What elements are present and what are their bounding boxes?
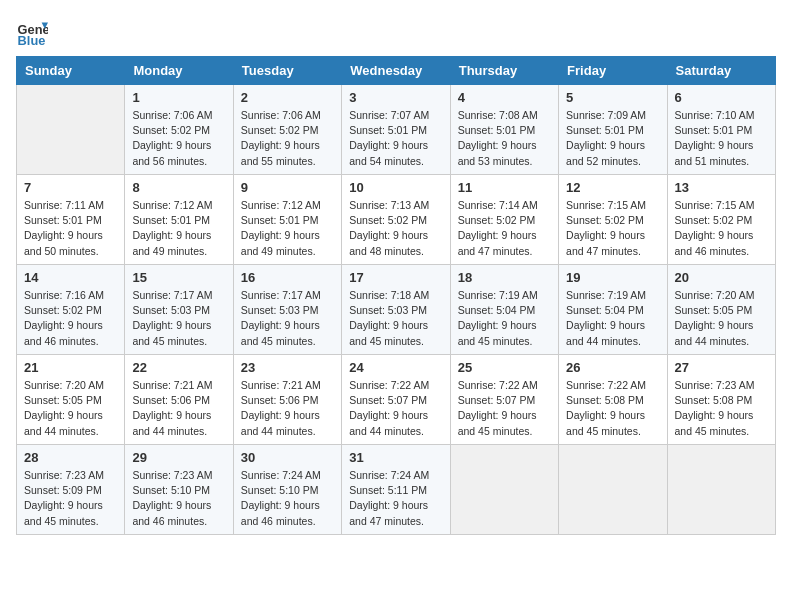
weekday-header-sunday: Sunday [17, 57, 125, 85]
day-number: 25 [458, 360, 551, 375]
day-number: 1 [132, 90, 225, 105]
day-detail: Sunrise: 7:19 AMSunset: 5:04 PMDaylight:… [566, 288, 659, 349]
day-number: 28 [24, 450, 117, 465]
weekday-header-friday: Friday [559, 57, 667, 85]
day-cell: 31Sunrise: 7:24 AMSunset: 5:11 PMDayligh… [342, 445, 450, 535]
day-number: 24 [349, 360, 442, 375]
day-number: 29 [132, 450, 225, 465]
day-cell: 1Sunrise: 7:06 AMSunset: 5:02 PMDaylight… [125, 85, 233, 175]
day-number: 17 [349, 270, 442, 285]
day-detail: Sunrise: 7:22 AMSunset: 5:07 PMDaylight:… [458, 378, 551, 439]
day-number: 14 [24, 270, 117, 285]
logo: General Blue [16, 16, 52, 48]
day-number: 2 [241, 90, 334, 105]
day-number: 22 [132, 360, 225, 375]
calendar-header: SundayMondayTuesdayWednesdayThursdayFrid… [17, 57, 776, 85]
day-cell: 24Sunrise: 7:22 AMSunset: 5:07 PMDayligh… [342, 355, 450, 445]
day-detail: Sunrise: 7:09 AMSunset: 5:01 PMDaylight:… [566, 108, 659, 169]
day-detail: Sunrise: 7:16 AMSunset: 5:02 PMDaylight:… [24, 288, 117, 349]
week-row-3: 14Sunrise: 7:16 AMSunset: 5:02 PMDayligh… [17, 265, 776, 355]
calendar-table: SundayMondayTuesdayWednesdayThursdayFrid… [16, 56, 776, 535]
day-cell: 22Sunrise: 7:21 AMSunset: 5:06 PMDayligh… [125, 355, 233, 445]
calendar-body: 1Sunrise: 7:06 AMSunset: 5:02 PMDaylight… [17, 85, 776, 535]
day-detail: Sunrise: 7:12 AMSunset: 5:01 PMDaylight:… [132, 198, 225, 259]
day-cell [667, 445, 775, 535]
day-detail: Sunrise: 7:24 AMSunset: 5:11 PMDaylight:… [349, 468, 442, 529]
day-cell: 25Sunrise: 7:22 AMSunset: 5:07 PMDayligh… [450, 355, 558, 445]
day-detail: Sunrise: 7:20 AMSunset: 5:05 PMDaylight:… [24, 378, 117, 439]
day-detail: Sunrise: 7:24 AMSunset: 5:10 PMDaylight:… [241, 468, 334, 529]
day-detail: Sunrise: 7:08 AMSunset: 5:01 PMDaylight:… [458, 108, 551, 169]
day-cell: 17Sunrise: 7:18 AMSunset: 5:03 PMDayligh… [342, 265, 450, 355]
weekday-header-thursday: Thursday [450, 57, 558, 85]
day-detail: Sunrise: 7:22 AMSunset: 5:08 PMDaylight:… [566, 378, 659, 439]
day-detail: Sunrise: 7:23 AMSunset: 5:10 PMDaylight:… [132, 468, 225, 529]
day-cell: 29Sunrise: 7:23 AMSunset: 5:10 PMDayligh… [125, 445, 233, 535]
day-number: 20 [675, 270, 768, 285]
day-cell: 13Sunrise: 7:15 AMSunset: 5:02 PMDayligh… [667, 175, 775, 265]
day-cell: 16Sunrise: 7:17 AMSunset: 5:03 PMDayligh… [233, 265, 341, 355]
day-cell: 27Sunrise: 7:23 AMSunset: 5:08 PMDayligh… [667, 355, 775, 445]
day-cell: 5Sunrise: 7:09 AMSunset: 5:01 PMDaylight… [559, 85, 667, 175]
day-cell: 30Sunrise: 7:24 AMSunset: 5:10 PMDayligh… [233, 445, 341, 535]
day-detail: Sunrise: 7:07 AMSunset: 5:01 PMDaylight:… [349, 108, 442, 169]
day-number: 8 [132, 180, 225, 195]
weekday-header-wednesday: Wednesday [342, 57, 450, 85]
day-number: 16 [241, 270, 334, 285]
day-detail: Sunrise: 7:11 AMSunset: 5:01 PMDaylight:… [24, 198, 117, 259]
weekday-header-row: SundayMondayTuesdayWednesdayThursdayFrid… [17, 57, 776, 85]
weekday-header-monday: Monday [125, 57, 233, 85]
day-number: 26 [566, 360, 659, 375]
day-cell: 20Sunrise: 7:20 AMSunset: 5:05 PMDayligh… [667, 265, 775, 355]
day-number: 13 [675, 180, 768, 195]
day-number: 4 [458, 90, 551, 105]
day-cell: 18Sunrise: 7:19 AMSunset: 5:04 PMDayligh… [450, 265, 558, 355]
day-number: 5 [566, 90, 659, 105]
day-cell: 21Sunrise: 7:20 AMSunset: 5:05 PMDayligh… [17, 355, 125, 445]
day-detail: Sunrise: 7:23 AMSunset: 5:08 PMDaylight:… [675, 378, 768, 439]
week-row-1: 1Sunrise: 7:06 AMSunset: 5:02 PMDaylight… [17, 85, 776, 175]
logo-icon: General Blue [16, 16, 48, 48]
day-detail: Sunrise: 7:15 AMSunset: 5:02 PMDaylight:… [675, 198, 768, 259]
day-number: 27 [675, 360, 768, 375]
day-detail: Sunrise: 7:17 AMSunset: 5:03 PMDaylight:… [132, 288, 225, 349]
day-number: 3 [349, 90, 442, 105]
day-cell: 3Sunrise: 7:07 AMSunset: 5:01 PMDaylight… [342, 85, 450, 175]
day-detail: Sunrise: 7:15 AMSunset: 5:02 PMDaylight:… [566, 198, 659, 259]
page-header: General Blue [16, 16, 776, 48]
day-number: 6 [675, 90, 768, 105]
day-number: 9 [241, 180, 334, 195]
day-cell: 8Sunrise: 7:12 AMSunset: 5:01 PMDaylight… [125, 175, 233, 265]
day-cell [450, 445, 558, 535]
day-number: 11 [458, 180, 551, 195]
day-number: 18 [458, 270, 551, 285]
day-detail: Sunrise: 7:22 AMSunset: 5:07 PMDaylight:… [349, 378, 442, 439]
day-number: 19 [566, 270, 659, 285]
weekday-header-saturday: Saturday [667, 57, 775, 85]
day-cell [17, 85, 125, 175]
day-number: 7 [24, 180, 117, 195]
day-number: 15 [132, 270, 225, 285]
day-cell: 9Sunrise: 7:12 AMSunset: 5:01 PMDaylight… [233, 175, 341, 265]
day-number: 12 [566, 180, 659, 195]
day-number: 23 [241, 360, 334, 375]
day-detail: Sunrise: 7:06 AMSunset: 5:02 PMDaylight:… [132, 108, 225, 169]
day-cell: 12Sunrise: 7:15 AMSunset: 5:02 PMDayligh… [559, 175, 667, 265]
weekday-header-tuesday: Tuesday [233, 57, 341, 85]
day-detail: Sunrise: 7:18 AMSunset: 5:03 PMDaylight:… [349, 288, 442, 349]
day-detail: Sunrise: 7:20 AMSunset: 5:05 PMDaylight:… [675, 288, 768, 349]
day-cell: 23Sunrise: 7:21 AMSunset: 5:06 PMDayligh… [233, 355, 341, 445]
day-cell [559, 445, 667, 535]
day-detail: Sunrise: 7:23 AMSunset: 5:09 PMDaylight:… [24, 468, 117, 529]
week-row-4: 21Sunrise: 7:20 AMSunset: 5:05 PMDayligh… [17, 355, 776, 445]
day-number: 31 [349, 450, 442, 465]
day-detail: Sunrise: 7:14 AMSunset: 5:02 PMDaylight:… [458, 198, 551, 259]
day-detail: Sunrise: 7:21 AMSunset: 5:06 PMDaylight:… [241, 378, 334, 439]
day-cell: 4Sunrise: 7:08 AMSunset: 5:01 PMDaylight… [450, 85, 558, 175]
day-number: 30 [241, 450, 334, 465]
day-detail: Sunrise: 7:17 AMSunset: 5:03 PMDaylight:… [241, 288, 334, 349]
svg-text:Blue: Blue [18, 33, 46, 48]
day-cell: 7Sunrise: 7:11 AMSunset: 5:01 PMDaylight… [17, 175, 125, 265]
week-row-5: 28Sunrise: 7:23 AMSunset: 5:09 PMDayligh… [17, 445, 776, 535]
day-cell: 6Sunrise: 7:10 AMSunset: 5:01 PMDaylight… [667, 85, 775, 175]
